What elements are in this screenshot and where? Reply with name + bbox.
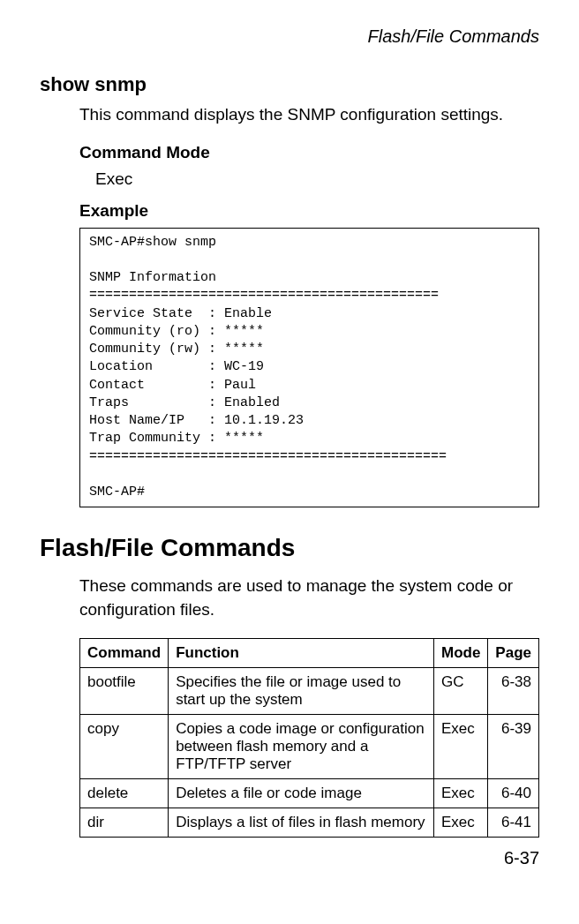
table-row: delete Deletes a file or code image Exec… — [80, 778, 539, 808]
section-intro: These commands are used to manage the sy… — [79, 575, 539, 621]
command-name: show snmp — [40, 73, 539, 96]
col-header-function: Function — [169, 638, 434, 667]
command-mode-value: Exec — [79, 169, 539, 189]
command-mode-label: Command Mode — [79, 143, 539, 162]
table-row: copy Copies a code image or configuratio… — [80, 714, 539, 778]
cell-function: Displays a list of files in flash memory — [169, 808, 434, 837]
cell-function: Copies a code image or configuration bet… — [169, 714, 434, 778]
cell-page: 6-38 — [488, 667, 539, 714]
cell-page: 6-41 — [488, 808, 539, 837]
table-row: bootfile Specifies the file or image use… — [80, 667, 539, 714]
page-number: 6-37 — [0, 838, 579, 868]
command-description: This command displays the SNMP configura… — [79, 103, 539, 127]
cell-page: 6-40 — [488, 778, 539, 808]
col-header-mode: Mode — [433, 638, 487, 667]
cell-mode: GC — [433, 667, 487, 714]
cell-function: Deletes a file or code image — [169, 778, 434, 808]
cell-function: Specifies the file or image used to star… — [169, 667, 434, 714]
running-header: Flash/File Commands — [40, 26, 539, 47]
cell-mode: Exec — [433, 714, 487, 778]
cell-command: copy — [80, 714, 169, 778]
cell-command: delete — [80, 778, 169, 808]
col-header-page: Page — [488, 638, 539, 667]
cell-command: bootfile — [80, 667, 169, 714]
cell-mode: Exec — [433, 808, 487, 837]
commands-table: Command Function Mode Page bootfile Spec… — [79, 638, 539, 838]
section-title: Flash/File Commands — [40, 534, 539, 562]
cell-mode: Exec — [433, 778, 487, 808]
cell-command: dir — [80, 808, 169, 837]
table-header-row: Command Function Mode Page — [80, 638, 539, 667]
cell-page: 6-39 — [488, 714, 539, 778]
example-output: SMC-AP#show snmp SNMP Information ======… — [79, 228, 539, 508]
col-header-command: Command — [80, 638, 169, 667]
table-row: dir Displays a list of files in flash me… — [80, 808, 539, 837]
example-label: Example — [79, 201, 539, 221]
